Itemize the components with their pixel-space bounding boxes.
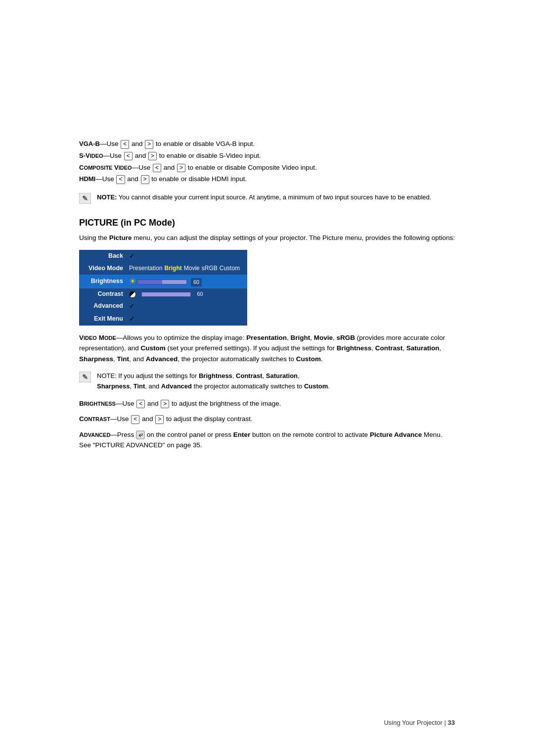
vm-srgb: sRGB bbox=[202, 264, 218, 273]
hdmi-and: and bbox=[127, 175, 138, 183]
exit-checkmark: ✓ bbox=[129, 315, 135, 323]
videomode-body: —Allows you to optimize the display imag… bbox=[79, 334, 445, 363]
menu-back-label: Back bbox=[79, 250, 126, 263]
brightness-right-btn: > bbox=[161, 400, 169, 409]
composite-and: and bbox=[164, 164, 175, 171]
menu-row-contrast: Contrast 60 bbox=[79, 288, 247, 300]
svideo-label: S-VIDEO bbox=[79, 152, 103, 159]
top-section: VGA-B—Use < and > to enable or disable V… bbox=[79, 139, 455, 208]
svg-text:✎: ✎ bbox=[82, 373, 88, 381]
back-checkmark: ✓ bbox=[129, 252, 135, 260]
contrast-slider bbox=[141, 292, 191, 297]
sun-icon: ☀ bbox=[129, 276, 136, 287]
hdmi-label: HDMI bbox=[79, 175, 95, 183]
vm-custom: Custom bbox=[220, 264, 240, 273]
composite-dash: —Use bbox=[132, 164, 152, 171]
page: VGA-B—Use < and > to enable or disable V… bbox=[0, 0, 534, 756]
composite-right-btn: > bbox=[177, 164, 185, 173]
advanced-term: ADVANCED bbox=[79, 431, 110, 438]
brightness-value: 60 bbox=[191, 278, 202, 286]
vga-b-label: VGA-B bbox=[79, 140, 100, 147]
menu-back-content: ✓ bbox=[126, 250, 247, 263]
menu-row-back: Back ✓ bbox=[79, 250, 247, 263]
menu-contrast-label: Contrast bbox=[79, 288, 126, 300]
hdmi-left-btn: < bbox=[116, 175, 125, 184]
menu-contrast-content: 60 bbox=[126, 288, 247, 300]
composite-line: COMPOSITE VIDEO—Use < and > to enable or… bbox=[79, 162, 455, 173]
menu-videomode-options: Presentation Bright Movie sRGB Custom bbox=[126, 263, 247, 275]
menu-brightness-content: ☀ 60 bbox=[126, 275, 247, 288]
hdmi-right-btn: > bbox=[141, 175, 149, 184]
menu-row-brightness: Brightness ☀ 60 bbox=[79, 275, 247, 288]
hdmi-rest: to enable or disable HDMI input. bbox=[150, 175, 247, 183]
hdmi-line: HDMI—Use < and > to enable or disable HD… bbox=[79, 174, 455, 185]
menu-row-advanced: Advanced ✓ bbox=[79, 300, 247, 313]
svideo-and: and bbox=[135, 152, 146, 159]
contrast-value: 60 bbox=[194, 290, 205, 298]
vga-b-and: and bbox=[132, 140, 143, 147]
note1-text: NOTE: You cannot disable your current in… bbox=[97, 192, 431, 202]
brightness-left-btn: < bbox=[136, 400, 145, 409]
videomode-desc: VIDEO MODE—Allows you to optimize the di… bbox=[79, 332, 455, 365]
contrast-right-btn: > bbox=[155, 415, 164, 424]
menu-advanced-content: ✓ bbox=[126, 300, 247, 313]
contrast-desc: CONTRAST—Use < and > to adjust the displ… bbox=[79, 414, 455, 425]
svideo-rest: to enable or disable S-Video input. bbox=[157, 152, 261, 159]
composite-label: COMPOSITE VIDEO bbox=[79, 164, 132, 171]
note2-box: ✎ NOTE: If you adjust the settings for B… bbox=[79, 369, 455, 393]
menu-videomode-label: Video Mode bbox=[79, 263, 126, 275]
videomode-term: VIDEO MODE bbox=[79, 334, 116, 341]
brightness-desc: BRIGHTNESS—Use < and > to adjust the bri… bbox=[79, 398, 455, 409]
menu-row-videomode: Video Mode Presentation Bright Movie sRG… bbox=[79, 263, 247, 275]
picture-menu-table: Back ✓ Video Mode Presentation Bright Mo… bbox=[79, 250, 247, 325]
svideo-dash: —Use bbox=[103, 152, 124, 159]
section-heading: PICTURE (in PC Mode) bbox=[79, 218, 455, 228]
vm-presentation: Presentation bbox=[129, 264, 162, 273]
note2-icon: ✎ bbox=[79, 372, 93, 383]
note1-body: You cannot disable your current input so… bbox=[119, 193, 432, 201]
enter-icon bbox=[136, 430, 145, 439]
brightness-term: BRIGHTNESS bbox=[79, 400, 116, 407]
note2-text: NOTE: If you adjust the settings for Bri… bbox=[97, 371, 330, 391]
vga-b-right-btn: > bbox=[145, 140, 153, 149]
svideo-left-btn: < bbox=[124, 152, 133, 161]
picture-bold: Picture bbox=[109, 234, 132, 241]
composite-rest: to enable or disable Composite Video inp… bbox=[186, 164, 317, 171]
brightness-body: —Use < and > to adjust the brightness of… bbox=[116, 400, 281, 407]
advanced-body: —Press on the control panel or press Ent… bbox=[79, 431, 442, 449]
svideo-line: S-VIDEO—Use < and > to enable or disable… bbox=[79, 150, 455, 161]
menu-row-exit: Exit Menu ✓ bbox=[79, 313, 247, 326]
advanced-checkmark: ✓ bbox=[129, 302, 135, 310]
menu-advanced-label: Advanced bbox=[79, 300, 126, 313]
hdmi-dash: —Use bbox=[95, 175, 116, 183]
footer-text: Using Your Projector bbox=[384, 719, 443, 726]
note1-box: ✎ NOTE: You cannot disable your current … bbox=[79, 189, 455, 208]
contrast-term: CONTRAST bbox=[79, 415, 110, 423]
section-intro: Using the Picture menu, you can adjust t… bbox=[79, 233, 455, 243]
svg-text:✎: ✎ bbox=[82, 194, 88, 202]
menu-brightness-label: Brightness bbox=[79, 275, 126, 288]
note1-icon: ✎ bbox=[79, 193, 93, 205]
picture-section: PICTURE (in PC Mode) Using the Picture m… bbox=[79, 218, 455, 451]
note1-label: NOTE: bbox=[97, 193, 117, 201]
vga-b-rest: to enable or disable VGA-B input. bbox=[154, 140, 255, 147]
composite-left-btn: < bbox=[153, 164, 161, 173]
contrast-left-btn: < bbox=[131, 415, 139, 424]
footer-separator: | bbox=[445, 719, 448, 726]
menu-exit-content: ✓ bbox=[126, 313, 247, 326]
menu-exit-label: Exit Menu bbox=[79, 313, 126, 326]
footer-page-num: 33 bbox=[448, 719, 455, 726]
advanced-desc: ADVANCED—Press on the control panel or p… bbox=[79, 429, 455, 451]
vm-movie: Movie bbox=[184, 264, 200, 273]
vga-b-line: VGA-B—Use < and > to enable or disable V… bbox=[79, 139, 455, 149]
brightness-slider bbox=[137, 280, 187, 284]
vm-bright: Bright bbox=[164, 264, 181, 273]
contrast-icon bbox=[129, 291, 136, 298]
note2-line1: If you adjust the settings for Brightnes… bbox=[97, 372, 330, 389]
svideo-right-btn: > bbox=[148, 152, 157, 161]
contrast-body: —Use < and > to adjust the display contr… bbox=[110, 415, 253, 423]
note2-label: NOTE: bbox=[97, 372, 117, 379]
vga-b-dash: —Use bbox=[100, 140, 120, 147]
vga-b-left-btn: < bbox=[121, 140, 129, 149]
svg-rect-4 bbox=[136, 431, 144, 439]
